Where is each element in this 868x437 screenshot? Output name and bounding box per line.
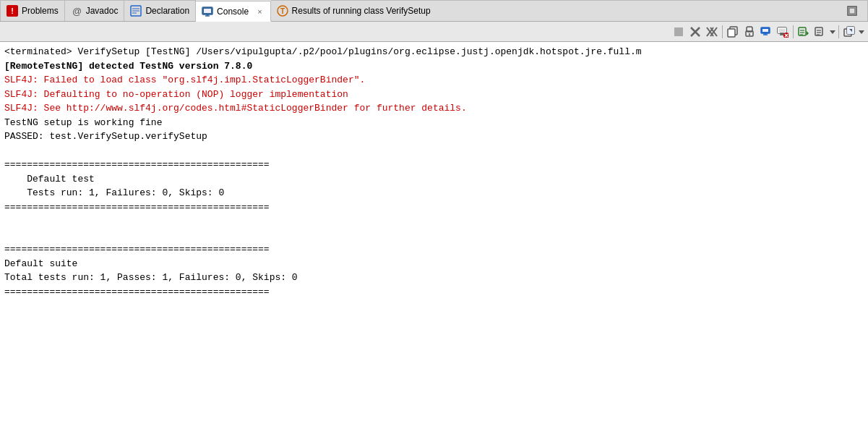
- console-toolbar: [0, 22, 868, 42]
- svg-text:!: !: [11, 7, 14, 15]
- console-line-0: [RemoteTestNG] detected TestNG version 7…: [4, 59, 864, 74]
- maximize-button[interactable]: [843, 6, 861, 16]
- console-line-8: Default test: [4, 172, 864, 187]
- svg-rect-31: [762, 29, 768, 32]
- status-line: <terminated> VerifySetup [TestNG] /Users…: [4, 45, 864, 59]
- svg-rect-49: [815, 27, 822, 35]
- javadoc-icon: @: [71, 5, 82, 17]
- tab-console-label: Console: [217, 7, 249, 17]
- console-line-11: [4, 214, 864, 229]
- pin-to-console-button[interactable]: [742, 24, 757, 40]
- console-line-13: ========================================…: [4, 242, 864, 257]
- tab-declaration[interactable]: Declaration: [124, 0, 196, 21]
- console-line-6: [4, 144, 864, 158]
- console-line-1: SLF4J: Failed to load class "org.slf4j.i…: [4, 73, 864, 88]
- console-icon: [202, 6, 213, 17]
- console-line-14: Default suite: [4, 257, 864, 271]
- svg-text:T: T: [280, 7, 285, 15]
- console-line-4: TestNG setup is working fine: [4, 116, 864, 130]
- svg-rect-44: [799, 27, 806, 35]
- tab-javadoc[interactable]: @ Javadoc: [65, 0, 125, 21]
- svg-marker-53: [830, 30, 835, 34]
- console-line-2: SLF4J: Defaulting to no-operation (NOP) …: [4, 88, 864, 102]
- tab-javadoc-label: Javadoc: [86, 6, 119, 16]
- results-icon: T: [277, 5, 288, 17]
- declaration-icon: [130, 5, 142, 17]
- console-line-16: ========================================…: [4, 285, 864, 300]
- tab-declaration-label: Declaration: [145, 6, 189, 16]
- open-new-window-button[interactable]: [841, 24, 857, 40]
- tab-bar: ! Problems @ Javadoc Declaration: [0, 0, 868, 22]
- svg-rect-16: [849, 8, 855, 14]
- remove-all-button[interactable]: [704, 24, 720, 40]
- console-line-15: Total tests run: 1, Passes: 1, Failures:…: [4, 271, 864, 285]
- console-line-5: PASSED: test.VerifySetup.verifySetup: [4, 130, 864, 144]
- wrap-dropdown-button[interactable]: [829, 24, 836, 40]
- svg-rect-9: [204, 9, 211, 13]
- tab-results[interactable]: T Results of running class VerifySetup: [271, 0, 868, 21]
- toolbar-sep-1: [722, 25, 723, 38]
- problems-icon: !: [7, 5, 18, 17]
- toolbar-sep-3: [838, 25, 839, 38]
- svg-marker-48: [807, 31, 809, 35]
- open-dropdown-button[interactable]: [858, 24, 865, 40]
- tab-results-label: Results of running class VerifySetup: [292, 6, 431, 16]
- toolbar-sep-2: [793, 25, 794, 38]
- tab-console[interactable]: Console ×: [196, 1, 270, 22]
- new-console-button[interactable]: [758, 24, 774, 40]
- terminate-button[interactable]: [671, 24, 687, 40]
- console-line-10: ========================================…: [4, 200, 864, 215]
- svg-text:@: @: [72, 6, 82, 17]
- console-line-9: Tests run: 1, Failures: 0, Skips: 0: [4, 186, 864, 200]
- wrap-button[interactable]: [812, 24, 828, 40]
- copy-button[interactable]: [725, 24, 741, 40]
- remove-button[interactable]: [687, 24, 703, 40]
- scroll-lock-button[interactable]: [796, 24, 812, 40]
- console-line-12: [4, 229, 864, 243]
- console-line-7: ========================================…: [4, 158, 864, 172]
- error-filter-button[interactable]: [775, 24, 791, 40]
- svg-rect-37: [779, 29, 785, 32]
- svg-rect-25: [728, 29, 735, 37]
- tab-problems-label: Problems: [22, 6, 59, 16]
- console-output: <terminated> VerifySetup [TestNG] /Users…: [0, 42, 868, 437]
- svg-marker-58: [859, 30, 864, 34]
- tab-problems[interactable]: ! Problems: [0, 0, 65, 21]
- console-close-button[interactable]: ×: [255, 7, 264, 17]
- console-line-3: SLF4J: See http://www.slf4j.org/codes.ht…: [4, 101, 864, 116]
- svg-rect-17: [674, 27, 683, 36]
- toolbar-group-main: [671, 24, 865, 40]
